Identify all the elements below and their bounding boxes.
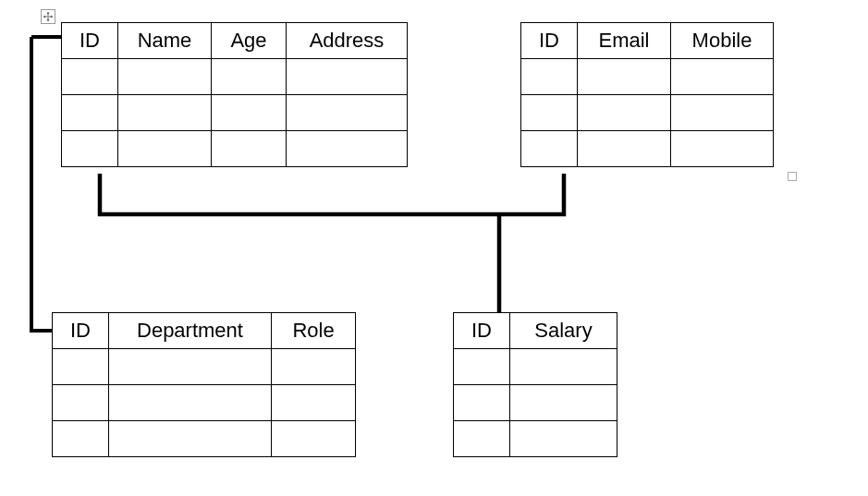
cell [287,131,408,167]
cell [272,421,356,457]
cell [454,421,510,457]
cell [212,59,287,95]
cell [287,95,408,131]
cell [578,131,671,167]
cell [671,131,774,167]
cell [671,59,774,95]
cell [454,385,510,421]
col-header: Mobile [671,23,774,59]
cell [272,349,356,385]
cell [521,131,578,167]
cell [109,385,272,421]
cell [118,131,212,167]
cell [578,59,671,95]
col-header: Salary [510,313,617,349]
col-header: Age [212,23,287,59]
person-table: ID Name Age Address [61,22,408,167]
cell [212,131,287,167]
col-header: Name [118,23,212,59]
cell [272,385,356,421]
col-header: ID [62,23,118,59]
cell [62,95,118,131]
cell [521,95,578,131]
cell [53,349,109,385]
cell [53,385,109,421]
cell [578,95,671,131]
resize-handle-icon[interactable] [788,172,797,181]
cell [510,349,617,385]
cell [109,349,272,385]
col-header: Department [109,313,272,349]
cell [62,131,118,167]
move-handle-icon[interactable] [41,9,55,24]
pay-table: ID Salary [453,312,617,457]
cell [53,421,109,457]
contact-table: ID Email Mobile [520,22,774,167]
cell [454,349,510,385]
col-header: Role [272,313,356,349]
col-header: ID [521,23,578,59]
cell [510,421,617,457]
col-header: Email [578,23,671,59]
cell [118,95,212,131]
cell [510,385,617,421]
cell [109,421,272,457]
cell [521,59,578,95]
job-table: ID Department Role [52,312,356,457]
col-header: Address [287,23,408,59]
cell [287,59,408,95]
cell [62,59,118,95]
col-header: ID [454,313,510,349]
cell [671,95,774,131]
col-header: ID [53,313,109,349]
cell [212,95,287,131]
cell [118,59,212,95]
